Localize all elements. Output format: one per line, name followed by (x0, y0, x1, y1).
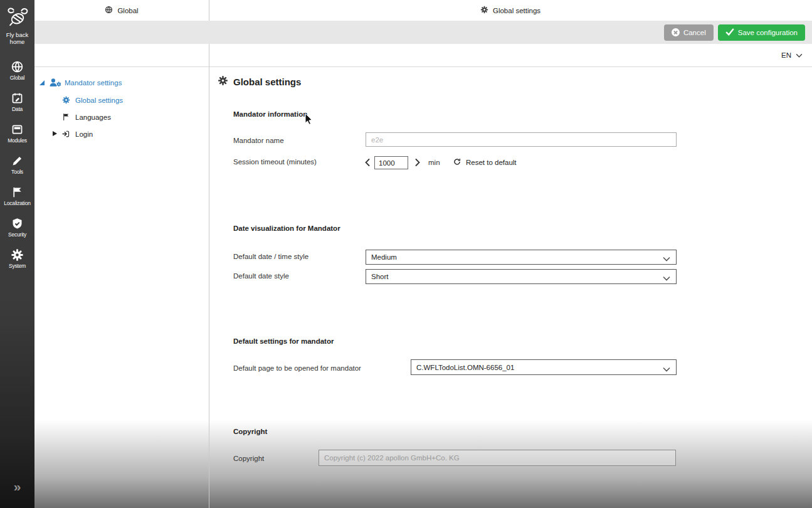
tree-node-label: Mandator settings (65, 79, 122, 87)
section-default-settings: Default settings for mandator (233, 337, 334, 345)
date-style-value: Short (371, 273, 389, 280)
tree-expander-open-icon[interactable] (40, 80, 45, 85)
session-timeout-unit: min (428, 159, 440, 166)
cancel-circle-x-icon (672, 28, 680, 36)
flag-icon (62, 113, 70, 124)
chevron-down-icon (663, 366, 670, 373)
sidebar-item-tools[interactable]: Tools (0, 154, 34, 183)
sidebar-data-label: Data (0, 106, 34, 112)
datetime-style-select[interactable]: Medium (366, 250, 677, 265)
language-bar: EN (34, 44, 812, 67)
reset-to-default-link[interactable]: Reset to default (453, 157, 517, 167)
save-button-label: Save configuration (738, 29, 798, 36)
default-page-select[interactable]: C.WFLTodoList.OMN-6656_01 (411, 359, 677, 375)
mandator-user-gear-icon (49, 78, 61, 90)
save-configuration-button[interactable]: Save configuration (718, 24, 805, 41)
gear-icon (62, 96, 70, 107)
sidebar-modules-label: Modules (0, 137, 34, 144)
sidebar-item-system[interactable]: System (0, 248, 34, 277)
stepper-decrement-button[interactable] (363, 157, 372, 169)
page-title-label: Global settings (233, 77, 301, 87)
tree-node-label: Login (75, 130, 93, 138)
section-mandator-information: Mandator information (233, 110, 307, 118)
gear-icon (0, 248, 34, 262)
gear-icon (480, 6, 488, 15)
shield-check-icon (0, 217, 34, 230)
cancel-button-label: Cancel (683, 29, 706, 36)
page-title: Global settings (218, 75, 301, 88)
sidebar-item-security[interactable]: Security (0, 217, 34, 246)
section-copyright: Copyright (233, 428, 267, 435)
date-style-select[interactable]: Short (366, 269, 677, 284)
sidebar-item-modules[interactable]: Modules (0, 123, 34, 152)
chevron-down-icon (663, 275, 670, 282)
tree-expander-closed-icon[interactable] (53, 131, 57, 136)
sidebar-item-home[interactable]: Fly back home (0, 5, 34, 45)
calendar-pencil-icon (0, 92, 34, 105)
top-tab-bar: Global (34, 0, 812, 21)
sidebar-global-label: Global (0, 75, 34, 81)
datetime-style-value: Medium (371, 253, 397, 261)
tab-global-label: Global (117, 7, 138, 14)
sidebar-system-label: System (0, 263, 34, 269)
tree-node-login[interactable]: Login (34, 128, 93, 139)
copyright-label: Copyright (233, 455, 264, 462)
globe-icon (105, 6, 113, 15)
cancel-button[interactable]: Cancel (664, 24, 714, 41)
tree-node-label: Languages (75, 114, 111, 121)
tree-node-mandator-settings[interactable]: Mandator settings (34, 77, 122, 88)
flag-icon (0, 186, 34, 199)
tree-node-languages[interactable]: Languages (34, 111, 111, 122)
sidebar-home-label: Fly back home (0, 31, 34, 45)
sidebar-item-data[interactable]: Data (0, 92, 34, 120)
mandator-name-input[interactable] (366, 132, 677, 147)
chevron-down-icon (663, 255, 670, 263)
refresh-icon (453, 157, 461, 167)
mandator-name-label: Mandator name (233, 137, 284, 144)
modules-icon (0, 123, 34, 136)
action-toolbar: Cancel Save configuration (34, 21, 812, 44)
chevron-down-icon (796, 51, 803, 59)
reset-to-default-label: Reset to default (466, 159, 517, 166)
login-icon (62, 130, 70, 141)
default-page-label: Default page to be opened for mandator (233, 364, 361, 372)
sidebar-expand-button[interactable]: » (0, 479, 34, 494)
datetime-style-label: Default date / time style (233, 253, 308, 260)
tree-node-global-settings[interactable]: Global settings (34, 94, 123, 105)
pencil-icon (0, 154, 34, 167)
copyright-input[interactable] (319, 450, 676, 466)
app-sidebar: Fly back home Global Data Modules (0, 0, 34, 508)
tab-settings-label: Global settings (493, 7, 540, 14)
workspace: Mandator settings (34, 67, 812, 508)
session-timeout-label: Session timeout (minutes) (233, 158, 317, 166)
session-timeout-input[interactable] (374, 156, 408, 169)
sidebar-tools-label: Tools (0, 169, 34, 175)
tab-global[interactable]: Global (34, 0, 209, 21)
language-value: EN (781, 51, 791, 59)
sidebar-item-localization[interactable]: Localization (0, 186, 34, 214)
language-dropdown[interactable]: EN (781, 51, 803, 59)
gear-icon (218, 75, 228, 88)
globe-icon (0, 60, 34, 73)
sidebar-security-label: Security (0, 231, 34, 238)
date-style-label: Default date style (233, 272, 289, 280)
stepper-increment-button[interactable] (413, 157, 422, 169)
panel-divider (209, 0, 209, 508)
sidebar-localization-label: Localization (0, 200, 34, 206)
tab-global-settings[interactable]: Global settings (209, 0, 812, 21)
default-page-value: C.WFLTodoList.OMN-6656_01 (416, 364, 514, 371)
section-date-visualization: Date visualization for Mandator (233, 225, 340, 232)
bee-logo-icon (0, 5, 34, 29)
sidebar-item-global[interactable]: Global (0, 60, 34, 89)
tree-node-label: Global settings (75, 97, 123, 104)
check-icon (725, 28, 734, 37)
